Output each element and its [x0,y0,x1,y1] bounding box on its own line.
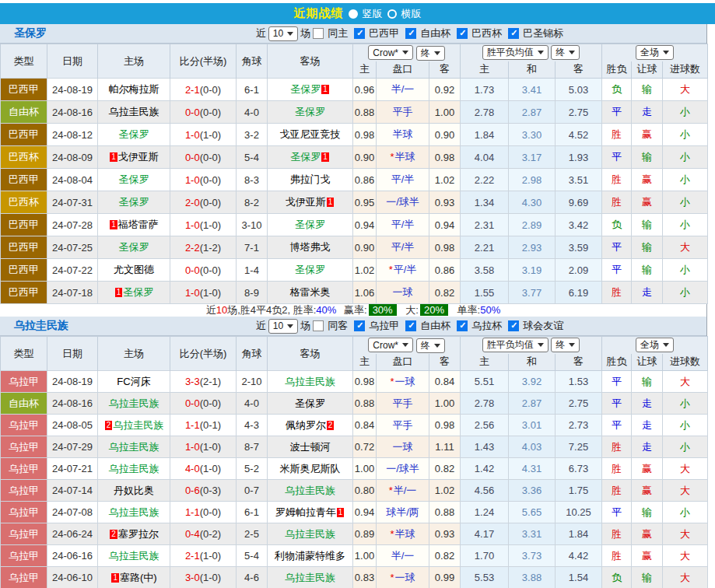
away-team-name[interactable]: 乌拉圭民族 [285,528,335,540]
vertical-layout-label[interactable]: 竖版 [363,7,383,21]
home-team-name[interactable]: 乌拉圭民族 [109,441,159,453]
league-cell[interactable]: 乌拉甲 [1,523,47,545]
league-cell[interactable]: 巴西甲 [1,124,47,146]
league-cell[interactable]: 乌拉甲 [1,415,47,436]
home-team-name[interactable]: 圣保罗 [119,173,149,185]
match-count-select[interactable]: 10 [268,319,298,334]
away-team-name[interactable]: 利物浦蒙特维多 [275,550,345,562]
league-cell[interactable]: 乌拉甲 [1,458,47,480]
league-checkbox-label-2[interactable]: 自由杯 [420,26,450,40]
horizontal-layout-label[interactable]: 横版 [401,7,422,21]
league-cell[interactable]: 自由杯 [1,393,47,415]
away-team-name[interactable]: 格雷米奥 [290,286,331,298]
away-team-name[interactable]: 博塔弗戈 [290,241,331,253]
home-team-name[interactable]: 尤文图德 [114,264,154,275]
bookmaker-select[interactable]: Crow* [368,45,413,60]
away-team-name[interactable]: 乌拉圭民族 [285,485,335,496]
home-team-name[interactable]: 戈伊亚斯 [118,151,159,163]
away-team-name[interactable]: 米斯奥尼斯队 [280,463,341,474]
home-team-name[interactable]: 乌拉圭民族 [109,397,159,409]
home-team-name[interactable]: 乌拉圭民族 [109,506,159,518]
league-checkbox-1[interactable] [354,320,365,331]
league-checkbox-3[interactable] [457,28,468,39]
league-checkbox-label-4[interactable]: 巴圣锦标 [523,26,563,40]
league-cell[interactable]: 乌拉甲 [1,436,47,458]
away-team-name[interactable]: 圣保罗 [295,219,325,230]
league-cell[interactable]: 乌拉甲 [1,567,47,588]
away-team-name[interactable]: 圣保罗 [295,264,325,275]
home-team-name[interactable]: 帕尔梅拉斯 [109,83,159,95]
home-team-name[interactable]: 圣保罗 [119,196,149,208]
mean-select[interactable]: 胜平负均值 [482,338,549,352]
same-home-label[interactable]: 同主 [328,26,348,40]
home-team-name[interactable]: 圣保罗 [119,128,149,140]
home-team-name[interactable]: 乌拉圭民族 [113,419,163,431]
home-team-name[interactable]: 乌拉圭民族 [109,106,159,117]
league-checkbox-4[interactable] [508,28,519,39]
horizontal-layout-radio[interactable] [387,9,397,19]
league-checkbox-2[interactable] [405,28,416,39]
corner-cell: 8-7 [237,436,268,458]
odds-away-cell: 0.88 [429,502,461,523]
mean-away-cell: 1.93 [556,146,602,169]
away-team-name[interactable]: 圣保罗 [290,83,321,95]
away-team-name[interactable]: 弗拉门戈 [290,173,331,185]
match-count-select[interactable]: 10 [268,26,298,41]
mean-stage-select[interactable]: 终 [551,45,580,60]
league-checkbox-1[interactable] [354,28,365,39]
home-team-name[interactable]: FC河床 [117,376,150,387]
away-team-name[interactable]: 波士顿河 [290,441,331,453]
home-team-name[interactable]: 圣保罗 [123,286,153,298]
away-team-name[interactable]: 乌拉圭民族 [285,376,335,387]
home-team-name[interactable]: 乌拉圭民族 [109,463,159,474]
vertical-layout-radio[interactable] [349,9,358,19]
league-cell[interactable]: 巴西甲 [1,79,47,101]
league-cell[interactable]: 乌拉甲 [1,545,47,567]
away-team-name[interactable]: 圣保罗 [290,151,321,163]
away-team-name[interactable]: 乌拉圭民族 [285,572,335,583]
home-team-name[interactable]: 塞罗拉尔 [118,528,159,540]
league-checkbox-label-3[interactable]: 乌拉杯 [471,319,502,333]
home-team-name[interactable]: 乌拉圭民族 [109,550,159,562]
league-cell[interactable]: 乌拉甲 [1,502,47,523]
league-checkbox-4[interactable] [508,320,519,331]
league-checkbox-label-3[interactable]: 巴西杯 [471,26,502,40]
league-checkbox-label-1[interactable]: 巴西甲 [369,26,399,40]
league-checkbox-label-2[interactable]: 自由杯 [420,319,450,333]
scope-select[interactable]: 全场 [636,45,674,60]
away-team-name[interactable]: 圣保罗 [295,106,325,117]
away-team-name[interactable]: 戈亚尼亚竞技 [280,128,341,140]
home-team-name[interactable]: 塞路(中) [120,572,157,583]
league-cell[interactable]: 巴西甲 [1,259,47,282]
league-cell[interactable]: 巴西甲 [1,236,47,259]
league-cell[interactable]: 巴西甲 [1,214,47,236]
league-checkbox-3[interactable] [457,320,468,331]
home-team-name[interactable]: 丹奴比奥 [114,485,154,496]
same-away-checkbox[interactable] [313,320,324,331]
same-away-label[interactable]: 同客 [328,319,348,333]
league-cell[interactable]: 乌拉甲 [1,480,47,502]
same-home-checkbox[interactable] [313,28,324,39]
odds-stage-select[interactable]: 终 [416,338,445,353]
league-cell[interactable]: 巴西杯 [1,191,47,214]
home-team-name[interactable]: 福塔雷萨 [118,219,159,230]
league-checkbox-label-4[interactable]: 球会友谊 [523,319,563,333]
league-cell[interactable]: 自由杯 [1,101,47,124]
away-team-name[interactable]: 佩纳罗尔 [286,419,326,431]
league-cell[interactable]: 巴西甲 [1,169,47,191]
league-cell[interactable]: 乌拉甲 [1,371,47,393]
odds-stage-select[interactable]: 终 [416,46,445,61]
away-team-name[interactable]: 罗姆帕拉青年 [275,506,336,518]
near-label: 近 [256,26,266,40]
mean-stage-select[interactable]: 终 [551,338,580,352]
mean-select[interactable]: 胜平负均值 [482,45,549,60]
home-team-name[interactable]: 圣保罗 [119,241,149,253]
away-team-name[interactable]: 戈伊亚斯 [286,196,326,208]
league-cell[interactable]: 巴西杯 [1,146,47,169]
league-checkbox-label-1[interactable]: 乌拉甲 [369,319,399,333]
away-team-name[interactable]: 圣保罗 [295,397,325,409]
bookmaker-select[interactable]: Crow* [368,338,413,352]
league-checkbox-2[interactable] [405,320,416,331]
league-cell[interactable]: 巴西甲 [1,282,47,304]
scope-select[interactable]: 全场 [636,338,674,352]
